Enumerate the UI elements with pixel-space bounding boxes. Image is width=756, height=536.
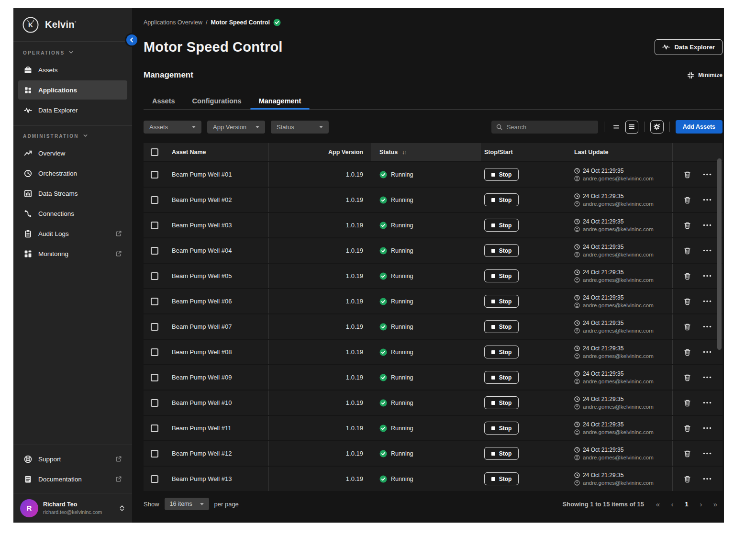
sidebar-item-support[interactable]: Support: [18, 449, 127, 469]
row-checkbox[interactable]: [151, 171, 158, 179]
stop-button[interactable]: Stop: [484, 269, 519, 282]
compact-view-button[interactable]: [610, 121, 623, 134]
sidebar-item-monitoring[interactable]: Monitoring: [18, 244, 127, 263]
current-page[interactable]: 1: [679, 501, 694, 508]
add-assets-button[interactable]: Add Assets: [676, 120, 723, 134]
row-checkbox[interactable]: [151, 298, 158, 305]
table-row: Beam Pump Well #02 1.0.19 Running Stop 2…: [144, 187, 723, 212]
sidebar-item-data-streams[interactable]: Data Streams: [18, 184, 127, 203]
delete-button[interactable]: [684, 298, 691, 305]
stop-button[interactable]: Stop: [484, 422, 519, 435]
sidebar-item-documentation[interactable]: Documentation: [18, 469, 127, 489]
more-actions-button[interactable]: [703, 351, 712, 353]
sidebar-item-data-explorer[interactable]: Data Explorer: [18, 100, 127, 120]
sidebar-section-header[interactable]: ADMINISTRATION: [13, 126, 132, 143]
stop-button[interactable]: Stop: [484, 295, 519, 308]
page-size-dropdown[interactable]: 16 items: [165, 498, 209, 510]
row-checkbox[interactable]: [151, 272, 158, 280]
delete-button[interactable]: [684, 247, 691, 255]
stop-button[interactable]: Stop: [484, 447, 519, 460]
delete-button[interactable]: [684, 424, 691, 432]
next-page-button[interactable]: ›: [694, 500, 708, 508]
sidebar-item-applications[interactable]: Applications: [18, 80, 127, 100]
tab-management[interactable]: Management: [250, 97, 310, 109]
stop-button[interactable]: Stop: [484, 346, 519, 358]
stop-button[interactable]: Stop: [484, 168, 519, 181]
row-checkbox[interactable]: [151, 247, 158, 255]
row-checkbox[interactable]: [151, 399, 158, 407]
row-checkbox[interactable]: [151, 348, 158, 356]
sidebar-item-assets[interactable]: Assets: [18, 60, 127, 79]
row-checkbox[interactable]: [151, 374, 158, 381]
delete-button[interactable]: [684, 171, 691, 179]
last-update-time: 24 Oct 21:29:35: [583, 370, 623, 377]
column-status-sortable[interactable]: Status ↓↑: [371, 143, 481, 161]
sidebar-item-overview[interactable]: Overview: [18, 144, 127, 163]
stop-button[interactable]: Stop: [484, 244, 519, 257]
more-actions-button[interactable]: [703, 199, 712, 201]
user-icon: [574, 328, 580, 334]
sidebar-section-header[interactable]: OPERATIONS: [13, 43, 132, 59]
stop-button[interactable]: Stop: [484, 320, 519, 333]
stop-button[interactable]: Stop: [484, 396, 519, 409]
assets-icon: [23, 66, 32, 74]
tab-assets[interactable]: Assets: [144, 97, 184, 109]
data-explorer-button[interactable]: Data Explorer: [655, 39, 723, 55]
sidebar-item-orchestration[interactable]: Orchestration: [18, 164, 127, 183]
filter-status-dropdown[interactable]: Status: [271, 121, 329, 134]
row-checkbox[interactable]: [151, 475, 158, 483]
more-actions-button[interactable]: [703, 173, 712, 176]
minimize-button[interactable]: Minimize: [687, 72, 723, 79]
table-settings-button[interactable]: [650, 120, 664, 134]
breadcrumb-parent-link[interactable]: Applications Overview: [144, 19, 202, 26]
delete-button[interactable]: [684, 399, 691, 407]
previous-page-button[interactable]: ‹: [665, 500, 679, 508]
more-actions-button[interactable]: [703, 300, 712, 302]
stop-button[interactable]: Stop: [484, 472, 519, 485]
filter-app-version-dropdown[interactable]: App Version: [207, 121, 265, 134]
more-actions-button[interactable]: [703, 325, 712, 328]
more-actions-button[interactable]: [703, 452, 712, 455]
delete-button[interactable]: [684, 323, 691, 331]
select-all-checkbox[interactable]: [151, 148, 158, 156]
sidebar-collapse-button[interactable]: [126, 34, 137, 45]
sidebar-item-audit-logs[interactable]: Audit Logs: [18, 224, 127, 243]
last-update-user: andre.gomes@kelvininc.com: [583, 302, 654, 308]
last-page-button[interactable]: »: [708, 500, 723, 508]
first-page-button[interactable]: «: [651, 500, 665, 508]
stop-button[interactable]: Stop: [484, 371, 519, 384]
list-view-button[interactable]: [625, 121, 638, 134]
table-scrollbar-thumb[interactable]: [717, 158, 722, 350]
more-actions-button[interactable]: [703, 427, 712, 429]
delete-button[interactable]: [684, 272, 691, 280]
section-label: ADMINISTRATION: [23, 134, 79, 139]
more-actions-button[interactable]: [703, 249, 712, 252]
section-header-row: Management Minimize: [144, 69, 723, 81]
delete-button[interactable]: [684, 196, 691, 204]
stop-button[interactable]: Stop: [484, 193, 519, 206]
delete-button[interactable]: [684, 374, 691, 381]
delete-button[interactable]: [684, 475, 691, 483]
tab-configurations[interactable]: Configurations: [184, 97, 250, 109]
user-profile[interactable]: R Richard Teo richard.teo@kelvininc.com: [13, 493, 132, 523]
row-checkbox[interactable]: [151, 196, 158, 204]
row-checkbox[interactable]: [151, 424, 158, 432]
row-checkbox[interactable]: [151, 323, 158, 331]
filter-assets-dropdown[interactable]: Assets: [144, 121, 201, 134]
delete-button[interactable]: [684, 450, 691, 458]
more-actions-button[interactable]: [703, 376, 712, 379]
profile-expander-icon[interactable]: [119, 504, 125, 512]
more-actions-button[interactable]: [703, 275, 712, 277]
search-input[interactable]: [506, 123, 593, 131]
row-checkbox[interactable]: [151, 450, 158, 458]
app-version: 1.0.19: [346, 348, 363, 356]
delete-button[interactable]: [684, 348, 691, 356]
stop-button[interactable]: Stop: [484, 219, 519, 232]
last-update-user: andre.gomes@kelvininc.com: [583, 379, 654, 384]
more-actions-button[interactable]: [703, 224, 712, 226]
delete-button[interactable]: [684, 222, 691, 229]
more-actions-button[interactable]: [703, 402, 712, 404]
row-checkbox[interactable]: [151, 222, 158, 229]
sidebar-item-connections[interactable]: Connections: [18, 204, 127, 223]
more-actions-button[interactable]: [703, 478, 712, 480]
